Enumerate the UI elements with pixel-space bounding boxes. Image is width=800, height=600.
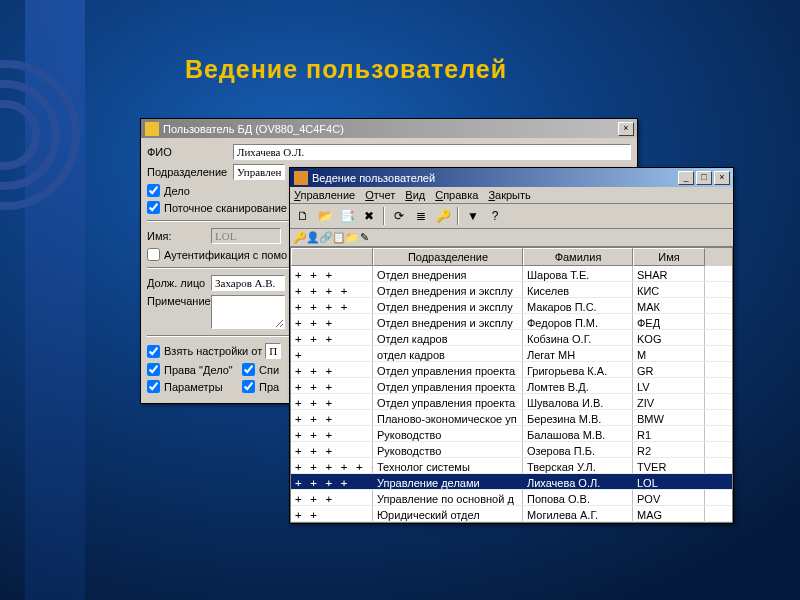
flag-icon: 🔗 [319,231,331,244]
cell-name: КИС [633,282,705,297]
cell-flags: + + + + + + [291,458,373,473]
name-input [211,228,281,244]
table-row[interactable]: + + + + + +Технолог системыТверская У.Л.… [291,458,732,474]
table-row[interactable]: + + +Управление по основной дПопова О.В.… [291,490,732,506]
keys-icon[interactable]: 🔑 [433,206,453,226]
rights-checkbox[interactable] [147,363,160,376]
table-row[interactable]: + + +Отдел внедренияШарова Т.Е.SHAR [291,266,732,282]
table-row[interactable]: + +Юридический отделМогилева А.Г.MAG [291,506,732,522]
takefrom-checkbox[interactable] [147,345,160,358]
table-row[interactable]: + + + +Отдел внедрения и эксплуКиселевКИ… [291,282,732,298]
window-title: Ведение пользователей [312,172,676,184]
cell-flags: + + + + [291,282,373,297]
table-row[interactable]: + + +Отдел управления проектаГригорьева … [291,362,732,378]
copy-icon[interactable]: 📑 [337,206,357,226]
new-icon[interactable]: 🗋 [293,206,313,226]
decor-stripe [25,0,85,600]
takefrom-input[interactable] [265,343,281,359]
list-icon[interactable]: ≣ [411,206,431,226]
table-row[interactable]: + + + +Отдел внедрения и эксплуМакаров П… [291,298,732,314]
close-icon[interactable]: × [618,122,634,136]
cell-name: R2 [633,442,705,457]
grid-body[interactable]: + + +Отдел внедренияШарова Т.Е.SHAR + + … [291,266,732,522]
cell-flags: + + + [291,314,373,329]
table-row[interactable]: + + +Отдел управления проектаШувалова И.… [291,394,732,410]
maximize-icon[interactable]: □ [696,171,712,185]
menu-Управление[interactable]: Управление [294,189,355,201]
table-row[interactable]: + + +Отдел кадровКобзина О.Г.KOG [291,330,732,346]
cell-flags: + + + + [291,474,373,489]
cell-dept: Отдел внедрения и эксплу [373,298,523,313]
dept-input[interactable] [233,164,285,180]
titlebar[interactable]: Ведение пользователей _ □ × [290,168,733,187]
person-input[interactable] [211,275,285,291]
menu-Закрыть[interactable]: Закрыть [488,189,530,201]
close-icon[interactable]: × [714,171,730,185]
col-fam[interactable]: Фамилия [523,248,633,266]
flag-icon: ✎ [358,231,370,244]
dept-label: Подразделение [147,166,233,178]
table-row[interactable]: + + +РуководствоБалашова М.В.R1 [291,426,732,442]
titlebar[interactable]: Пользователь БД (OV880_4C4F4C) × [141,119,637,138]
table-row[interactable]: + + +Планово-экономическое упБерезина М.… [291,410,732,426]
col-name[interactable]: Имя [633,248,705,266]
rights2-checkbox[interactable] [242,380,255,393]
table-row[interactable]: + + + +Управление деламиЛихачева О.Л.LOL [291,474,732,490]
table-row[interactable]: + + +Отдел внедрения и эксплуФедоров П.М… [291,314,732,330]
auth-label: Аутентификация с помо [164,249,287,261]
cell-flags: + + + + [291,298,373,313]
cell-name: GR [633,362,705,377]
app-icon [145,122,159,136]
cell-dept: Отдел внедрения и эксплу [373,282,523,297]
cell-flags: + + + [291,442,373,457]
cell-dept: Планово-экономическое уп [373,410,523,425]
cell-fam: Киселев [523,282,633,297]
app-icon [294,171,308,185]
delete-icon[interactable]: ✖ [359,206,379,226]
cell-fam: Тверская У.Л. [523,458,633,473]
table-row[interactable]: + + +Отдел управления проектаЛомтев В.Д.… [291,378,732,394]
params-label: Параметры [164,381,242,393]
lists-checkbox[interactable] [242,363,255,376]
help-icon[interactable]: ? [485,206,505,226]
flag-icon: 🔑 [293,231,305,244]
col-flags[interactable] [291,248,373,266]
doc-checkbox[interactable] [147,184,160,197]
cell-flags: + + + [291,330,373,345]
params-checkbox[interactable] [147,380,160,393]
filter-icon[interactable]: ▼ [463,206,483,226]
fio-input[interactable] [233,144,631,160]
col-dept[interactable]: Подразделение [373,248,523,266]
user-grid: Подразделение Фамилия Имя + + +Отдел вне… [290,247,733,523]
flag-icon: 📋 [332,231,344,244]
cell-name: ZIV [633,394,705,409]
cell-flags: + + + [291,362,373,377]
page-title: Ведение пользователей [185,55,507,84]
cell-flags: + + + [291,378,373,393]
scan-checkbox[interactable] [147,201,160,214]
cell-dept: Отдел управления проекта [373,394,523,409]
menu-Вид[interactable]: Вид [405,189,425,201]
note-textarea[interactable] [211,295,285,329]
cell-dept: Юридический отдел [373,506,523,521]
cell-name: KOG [633,330,705,345]
open-icon[interactable]: 📂 [315,206,335,226]
cell-dept: Руководство [373,442,523,457]
cell-fam: Березина М.В. [523,410,633,425]
cell-dept: Руководство [373,426,523,441]
menu-Справка[interactable]: Справка [435,189,478,201]
cell-fam: Озерова П.Б. [523,442,633,457]
refresh-icon[interactable]: ⟳ [389,206,409,226]
minimize-icon[interactable]: _ [678,171,694,185]
rights-label: Права "Дело" [164,364,242,376]
cell-name: ФЕД [633,314,705,329]
grid-header: Подразделение Фамилия Имя [291,248,732,266]
cell-name: TVER [633,458,705,473]
menu-Отчет[interactable]: Отчет [365,189,395,201]
cell-fam: Легат МН [523,346,633,361]
lists-label: Спи [259,364,279,376]
cell-flags: + + + [291,410,373,425]
auth-checkbox[interactable] [147,248,160,261]
table-row[interactable]: +отдел кадровЛегат МНМ [291,346,732,362]
table-row[interactable]: + + +РуководствоОзерова П.Б.R2 [291,442,732,458]
